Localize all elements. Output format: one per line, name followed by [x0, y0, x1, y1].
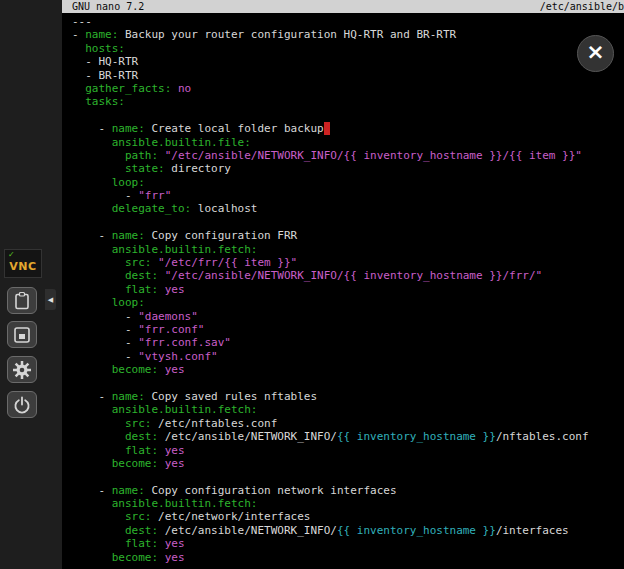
terminal-line: hosts:: [72, 42, 624, 55]
code-segment: no: [178, 82, 191, 95]
code-segment: "vtysh.conf": [138, 350, 217, 363]
terminal-line: ansible.builtin.fetch:: [72, 497, 624, 510]
clipboard-button[interactable]: [7, 287, 37, 314]
code-segment: [72, 202, 112, 215]
terminal-line: - "frr.conf.sav": [72, 336, 624, 349]
code-segment: become:: [112, 457, 158, 470]
terminal-line: - BR-RTR: [72, 69, 624, 82]
terminal-line: - "frr": [72, 189, 624, 202]
code-segment: ---: [72, 15, 92, 28]
code-segment: [72, 444, 125, 457]
code-segment: [158, 149, 165, 162]
code-segment: [72, 551, 112, 564]
code-segment: [72, 176, 112, 189]
terminal-line: loop:: [72, 296, 624, 309]
nano-file-path: /etc/ansible/b: [540, 0, 624, 13]
terminal-line: dest: /etc/ansible/NETWORK_INFO/{{ inven…: [72, 524, 624, 537]
terminal-line: gather_facts: no: [72, 82, 624, 95]
code-segment: name:: [112, 390, 145, 403]
code-segment: become:: [112, 363, 158, 376]
terminal-line: state: directory: [72, 162, 624, 175]
control-bar-handle[interactable]: ◀: [45, 289, 56, 310]
terminal-line: - "frr.conf": [72, 323, 624, 336]
code-segment: -: [72, 28, 85, 41]
code-segment: /etc/network/interfaces: [151, 510, 310, 523]
code-segment: dest:: [125, 430, 158, 443]
code-segment: "/etc/frr/{{ item }}": [158, 256, 297, 269]
code-segment: [72, 149, 125, 162]
terminal-line: become: yes: [72, 551, 624, 564]
code-segment: "daemons": [138, 310, 198, 323]
code-segment: /nftables.conf: [496, 430, 589, 443]
terminal-line: become: yes: [72, 457, 624, 470]
code-segment: "frr": [138, 189, 171, 202]
code-segment: loop:: [112, 176, 145, 189]
code-segment: name:: [112, 229, 145, 242]
code-segment: [72, 457, 112, 470]
code-segment: [158, 537, 165, 550]
code-segment: [158, 551, 165, 564]
code-segment: Create local folder backup: [145, 122, 324, 135]
code-segment: tasks:: [85, 95, 125, 108]
terminal-line: ansible.builtin.fetch:: [72, 243, 624, 256]
code-segment: directory: [165, 162, 231, 175]
terminal-line: ---: [72, 15, 624, 28]
code-segment: [72, 296, 112, 309]
code-segment: -: [72, 390, 112, 403]
code-segment: yes: [165, 457, 185, 470]
code-segment: yes: [165, 363, 185, 376]
power-button[interactable]: [7, 391, 37, 418]
code-segment: name:: [112, 122, 145, 135]
settings-button[interactable]: [7, 356, 37, 383]
code-segment: [158, 269, 165, 282]
code-segment: yes: [165, 444, 185, 457]
fullscreen-button[interactable]: [7, 321, 37, 348]
code-segment: - HQ-RTR: [72, 55, 138, 68]
nano-titlebar: GNU nano 7.2 /etc/ansible/b: [62, 0, 624, 13]
terminal-line: tasks:: [72, 95, 624, 108]
terminal-line: delegate_to: localhost: [72, 202, 624, 215]
code-segment: loop:: [112, 296, 145, 309]
close-button[interactable]: ×: [577, 35, 614, 72]
terminal-line: ansible.builtin.fetch:: [72, 403, 624, 416]
code-segment: yes: [165, 551, 185, 564]
code-segment: {{ inventory_hostname }}: [337, 524, 496, 537]
code-segment: "/etc/ansible/NETWORK_INFO/{{ inventory_…: [165, 269, 543, 282]
code-segment: name:: [85, 28, 118, 41]
terminal-line: [72, 216, 624, 229]
terminal-line: - "vtysh.conf": [72, 350, 624, 363]
terminal-line: [72, 377, 624, 390]
fullscreen-icon: [12, 325, 32, 345]
code-segment: - BR-RTR: [72, 69, 138, 82]
code-segment: [158, 283, 165, 296]
code-segment: "frr.conf.sav": [138, 336, 231, 349]
gear-icon: [12, 360, 32, 380]
code-segment: /etc/ansible/NETWORK_INFO/: [158, 524, 337, 537]
code-segment: src:: [125, 417, 152, 430]
clipboard-icon: [12, 291, 32, 311]
code-segment: [72, 510, 125, 523]
terminal-window[interactable]: GNU nano 7.2 /etc/ansible/b ---- name: B…: [62, 0, 624, 569]
code-segment: flat:: [125, 283, 158, 296]
close-icon: ×: [586, 41, 604, 63]
chevron-left-icon: ◀: [48, 296, 53, 304]
code-segment: -: [72, 189, 138, 202]
code-segment: yes: [165, 283, 185, 296]
code-segment: hosts:: [85, 42, 125, 55]
terminal-line: become: yes: [72, 363, 624, 376]
terminal-line: src: /etc/nftables.conf: [72, 417, 624, 430]
code-segment: "frr.conf": [138, 323, 204, 336]
terminal-line: dest: "/etc/ansible/NETWORK_INFO/{{ inve…: [72, 269, 624, 282]
code-segment: [72, 430, 125, 443]
terminal-line: flat: yes: [72, 444, 624, 457]
text-cursor: [324, 122, 331, 135]
terminal-line: - name: Create local folder backup: [72, 122, 624, 135]
code-segment: [158, 444, 165, 457]
code-segment: /etc/nftables.conf: [151, 417, 277, 430]
terminal-line: - name: Backup your router configuration…: [72, 28, 624, 41]
code-segment: -: [72, 336, 138, 349]
terminal-line: path: "/etc/ansible/NETWORK_INFO/{{ inve…: [72, 149, 624, 162]
code-segment: -: [72, 323, 138, 336]
code-segment: -: [72, 310, 138, 323]
power-icon: [12, 395, 32, 415]
